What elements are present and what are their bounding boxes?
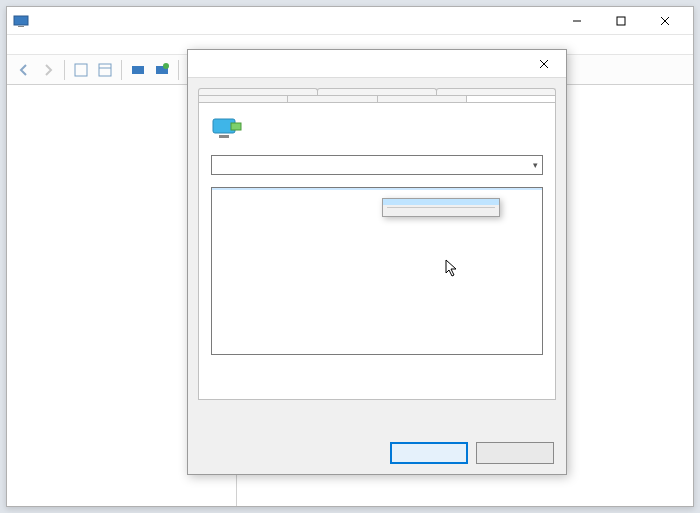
dialog-titlebar: [188, 50, 566, 78]
app-icon: [13, 13, 29, 29]
svg-rect-3: [617, 17, 625, 25]
context-select-all[interactable]: [383, 210, 499, 216]
forward-button[interactable]: [37, 59, 59, 81]
menu-file[interactable]: [11, 43, 27, 47]
tool-icon[interactable]: [151, 59, 173, 81]
tab-general[interactable]: [198, 95, 288, 102]
chevron-down-icon: ▾: [533, 160, 538, 170]
ok-button[interactable]: [390, 442, 468, 464]
property-combo[interactable]: ▾: [211, 155, 543, 175]
dialog-close-button[interactable]: [530, 50, 558, 78]
tool-icon[interactable]: [94, 59, 116, 81]
tool-icon[interactable]: [127, 59, 149, 81]
titlebar: [7, 7, 693, 35]
back-button[interactable]: [13, 59, 35, 81]
cancel-button[interactable]: [476, 442, 554, 464]
value-listbox[interactable]: [211, 187, 543, 355]
network-adapter-icon: [211, 113, 243, 141]
svg-rect-9: [132, 66, 144, 74]
menu-view[interactable]: [43, 43, 59, 47]
minimize-button[interactable]: [555, 7, 599, 35]
svg-rect-19: [219, 135, 229, 138]
mouse-cursor: [445, 259, 461, 279]
tab-resources[interactable]: [317, 88, 437, 95]
svg-rect-18: [231, 123, 241, 130]
list-item[interactable]: [212, 194, 542, 196]
details-panel: ▾: [198, 102, 556, 400]
maximize-button[interactable]: [599, 7, 643, 35]
menu-help[interactable]: [59, 43, 75, 47]
tab-events[interactable]: [198, 88, 318, 95]
tool-icon[interactable]: [70, 59, 92, 81]
tab-power-management[interactable]: [436, 88, 556, 95]
close-button[interactable]: [643, 7, 687, 35]
tab-details[interactable]: [466, 95, 556, 102]
svg-rect-7: [99, 64, 111, 76]
svg-rect-6: [75, 64, 87, 76]
svg-point-11: [163, 63, 169, 69]
tab-driver[interactable]: [377, 95, 467, 102]
svg-rect-1: [18, 26, 24, 27]
context-copy[interactable]: [383, 199, 499, 205]
menu-action[interactable]: [27, 43, 43, 47]
context-menu: [382, 198, 500, 217]
properties-dialog: ▾: [187, 49, 567, 475]
svg-rect-0: [14, 16, 28, 25]
tab-advanced[interactable]: [287, 95, 377, 102]
